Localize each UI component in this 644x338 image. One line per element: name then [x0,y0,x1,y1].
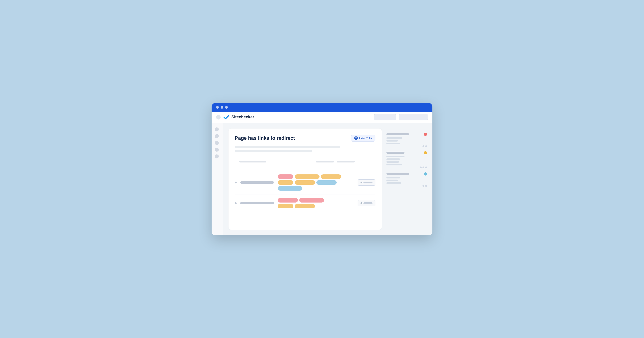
rs-sub-1-2 [386,140,398,142]
traffic-light-close[interactable] [216,106,219,109]
tags-row-1-2 [278,180,354,185]
rs-item-header-2 [386,151,427,154]
right-sidebar [386,128,427,230]
traffic-light-minimize[interactable] [220,106,223,109]
section-divider-2 [235,167,376,167]
rs-sub-2-1 [386,156,404,157]
rs-mini-dot-7 [425,185,427,187]
toolbar-button-secondary[interactable] [398,114,428,120]
rs-sub-3-3 [386,182,401,184]
browser-toolbar: Sitechecker [212,112,432,123]
rs-sub-2-2 [386,159,400,160]
tags-row-2-1 [278,198,354,202]
rs-sub-3-2 [386,179,398,181]
logo-text: Sitechecker [232,115,254,120]
how-to-fix-button[interactable]: ? How to fix [351,135,376,142]
how-to-fix-icon: ? [354,136,358,140]
rs-section-2 [386,151,427,168]
tag-pink-1 [278,174,294,179]
tags-row-1-1 [278,174,354,179]
rs-mini-dot-1 [422,145,424,147]
skeleton-line-1 [235,146,340,148]
rs-mini-dot-4 [422,167,424,168]
rs-sub-lines-3 [386,177,427,184]
tags-area-1 [278,174,354,191]
logo-icon [223,115,230,120]
rs-status-dot-red [424,133,427,136]
sidebar-dot-3[interactable] [215,141,219,145]
tag-orange-3 [278,180,294,185]
rs-mini-dot-3 [420,167,422,168]
action-btn-dot-2 [360,202,362,204]
left-sidebar [212,123,223,235]
toolbar-button-primary[interactable] [374,114,396,120]
section-divider-1 [235,156,376,156]
tags-row-1-3 [278,186,354,191]
sidebar-dot-1[interactable] [215,127,219,131]
nav-back[interactable] [216,115,220,120]
rs-header-line-1 [386,133,409,135]
sidebar-dot-4[interactable] [215,148,219,152]
tag-orange-1 [295,174,320,179]
rs-section-1 [386,133,427,147]
action-btn-line-2 [364,202,372,204]
sidebar-dot-5[interactable] [215,154,219,159]
row-indicator-2 [235,202,236,204]
how-to-fix-label: How to fix [359,136,372,140]
rs-sub-3-1 [386,177,400,178]
action-btn-dot-1 [360,181,362,183]
toolbar-buttons [374,114,428,120]
main-content-area: Page has links to redirect ? How to fix [223,123,432,235]
panel-header: Page has links to redirect ? How to fix [235,135,376,142]
rs-item-header-3 [386,172,427,175]
sidebar-dot-2[interactable] [215,134,219,138]
rs-item-header-1 [386,133,427,136]
browser-titlebar [212,103,432,112]
tag-pink-3 [299,198,324,202]
tags-area-2 [278,198,354,208]
rs-sub-2-3 [386,161,399,163]
rs-mini-dot-6 [422,185,424,187]
rs-sub-1-1 [386,137,402,139]
rs-status-dot-orange [424,151,427,154]
rs-mini-dot-5 [425,167,427,168]
panel-title: Page has links to redirect [235,135,295,141]
rs-mini-dot-2 [425,145,427,147]
rs-header-line-2 [386,152,404,154]
tag-orange-4 [295,180,315,185]
browser-window: Sitechecker Page has links to redirect [212,103,432,235]
tags-row-2-2 [278,204,354,208]
row-label-1 [240,181,274,184]
tag-orange-2 [321,174,341,179]
tag-blue-2 [278,186,302,191]
table-row-1 [235,171,376,194]
rs-sub-lines-2 [386,156,427,166]
tag-pink-2 [278,198,298,202]
action-button-1[interactable] [358,179,376,186]
tag-orange-6 [295,204,315,208]
rs-status-dot-blue [424,172,427,175]
content-panel: Page has links to redirect ? How to fix [228,128,382,230]
rs-sub-lines-1 [386,137,427,144]
rs-header-line-3 [386,173,409,175]
logo-area: Sitechecker [223,115,371,120]
rs-section-3 [386,172,427,187]
tag-blue-1 [316,180,337,185]
tag-orange-5 [278,204,294,208]
table-row-2 [235,194,376,212]
traffic-light-maximize[interactable] [225,106,228,109]
rs-sub-1-3 [386,143,400,144]
action-button-2[interactable] [358,200,376,206]
rs-sub-2-4 [386,164,402,166]
action-btn-line-1 [364,181,372,183]
row-indicator-1 [235,181,236,183]
skeleton-line-2 [235,150,312,152]
row-label-2 [240,202,274,204]
browser-content: Page has links to redirect ? How to fix [212,123,432,235]
